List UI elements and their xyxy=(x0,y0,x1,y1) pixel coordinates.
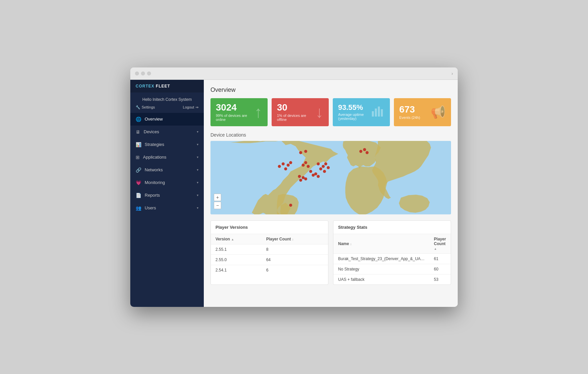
svg-point-21 xyxy=(278,165,281,168)
overview-icon: 🌐 xyxy=(136,117,141,122)
player-count-col-header-2: Player Count ▲ xyxy=(429,234,451,254)
online-label: 99% of devices are online xyxy=(216,114,254,122)
svg-rect-0 xyxy=(372,111,374,117)
svg-point-29 xyxy=(298,175,301,178)
offline-label: 1% of devices are offline xyxy=(277,114,315,122)
logout-icon: ⇒ xyxy=(195,105,198,110)
logout-label: Logout xyxy=(183,105,194,109)
version-cell: 2.55.0 xyxy=(211,254,262,265)
strategy-stats-title: Strategy Stats xyxy=(333,221,451,234)
sort-icon-4[interactable]: ▲ xyxy=(434,247,437,250)
sidebar-item-networks[interactable]: 🔗 Networks ▾ xyxy=(130,164,204,176)
map-container: + − xyxy=(210,141,451,214)
sidebar-item-users[interactable]: 👥 Users ▾ xyxy=(130,202,204,214)
stat-card-uptime: 93.55% Average uptime (yesterday) xyxy=(333,98,390,126)
browser-titlebar: › xyxy=(130,67,458,80)
sidebar-item-applications[interactable]: ⊞ Applications ▾ xyxy=(130,151,204,164)
uptime-number: 93.55% xyxy=(338,104,371,111)
sidebar-actions: 🔧 Settings Logout ⇒ xyxy=(130,104,204,113)
count-cell: 6 xyxy=(262,265,328,275)
zoom-in-button[interactable]: + xyxy=(214,194,221,201)
sidebar-nav: 🌐 Overview 🖥 Devices ▾ 📊 Strategies xyxy=(130,113,204,307)
users-icon: 👥 xyxy=(136,205,141,211)
name-col-header: Name ↕ xyxy=(333,234,429,254)
svg-point-9 xyxy=(327,166,330,169)
offline-number: 30 xyxy=(277,103,315,112)
map-controls: + − xyxy=(214,194,221,209)
sort-icon-3[interactable]: ↕ xyxy=(350,242,352,246)
stat-card-offline: 30 1% of devices are offline ↓ xyxy=(272,98,329,126)
svg-rect-2 xyxy=(378,107,380,117)
svg-point-18 xyxy=(282,162,285,165)
sidebar-item-overview[interactable]: 🌐 Overview xyxy=(130,113,204,126)
app-container: CORTEX FLEET Hello Initech Cortex System… xyxy=(130,80,458,307)
svg-point-22 xyxy=(289,161,292,164)
svg-point-16 xyxy=(312,174,315,177)
svg-rect-3 xyxy=(381,109,383,117)
sidebar-item-label-networks: Networks xyxy=(145,167,163,172)
svg-point-11 xyxy=(304,161,307,164)
svg-point-12 xyxy=(307,165,310,168)
version-col-header: Version ▲ xyxy=(211,234,262,244)
player-versions-title: Player Versions xyxy=(211,221,328,234)
sidebar-item-label-devices: Devices xyxy=(144,129,159,134)
svg-point-25 xyxy=(359,150,362,153)
logout-button[interactable]: Logout ⇒ xyxy=(183,105,198,110)
world-map-svg xyxy=(210,141,451,214)
sidebar-item-label-monitoring: Monitoring xyxy=(145,180,165,185)
uptime-label: Average uptime (yesterday) xyxy=(338,113,371,121)
networks-icon: 🔗 xyxy=(136,167,141,173)
settings-label: Settings xyxy=(142,105,155,109)
chevron-down-icon: ▾ xyxy=(197,130,198,134)
page-title: Overview xyxy=(210,86,451,94)
sidebar-item-label-overview: Overview xyxy=(145,117,163,122)
main-content: Overview 3024 99% of devices are online … xyxy=(204,80,458,307)
svg-point-5 xyxy=(317,162,320,165)
chevron-down-icon-strategies: ▾ xyxy=(197,143,198,146)
sort-icon[interactable]: ▲ xyxy=(231,238,234,241)
svg-point-26 xyxy=(363,148,366,151)
applications-icon: ⊞ xyxy=(136,155,140,160)
sidebar-item-reports[interactable]: 📄 Reports ▾ xyxy=(130,189,204,202)
strategy-stats-table: Name ↕ Player Count ▲ Burak_Test_Strateg… xyxy=(333,234,451,285)
sidebar-item-monitoring[interactable]: 💗 Monitoring ▾ xyxy=(130,176,204,189)
chevron-down-icon-apps: ▾ xyxy=(197,155,198,159)
table-row: Burak_Test_Strategy_23_(Denver_App_&_UA…… xyxy=(333,253,451,264)
chevron-down-icon-networks: ▾ xyxy=(197,168,198,172)
browser-chevron: › xyxy=(451,71,453,76)
strategy-count-cell: 61 xyxy=(429,253,451,264)
svg-point-28 xyxy=(289,204,292,207)
strategy-count-cell: 53 xyxy=(429,274,451,285)
brand-suffix: FLEET xyxy=(154,84,170,88)
dot-green xyxy=(147,71,151,75)
events-number: 673 xyxy=(399,105,420,114)
svg-point-10 xyxy=(323,170,326,173)
strategy-stats-card: Strategy Stats Name ↕ Player Count ▲ xyxy=(333,220,451,285)
svg-point-13 xyxy=(302,164,305,167)
sort-icon-2[interactable]: ↕ xyxy=(292,238,294,241)
svg-rect-1 xyxy=(375,109,377,117)
sidebar-item-label-users: Users xyxy=(145,205,156,210)
chevron-down-icon-reports: ▾ xyxy=(197,193,198,197)
count-cell: 64 xyxy=(262,254,328,265)
svg-point-31 xyxy=(299,179,302,182)
player-versions-table: Version ▲ Player Count ↕ 2.55.1 8 xyxy=(211,234,328,275)
sidebar-item-label-reports: Reports xyxy=(145,193,160,198)
settings-button[interactable]: 🔧 Settings xyxy=(136,105,155,110)
dot-red xyxy=(135,71,139,75)
reports-icon: 📄 xyxy=(136,193,141,198)
brand-prefix: CORTEX xyxy=(136,84,154,88)
sidebar-item-strategies[interactable]: 📊 Strategies ▾ xyxy=(130,138,204,151)
browser-dots xyxy=(135,71,151,75)
strategy-count-cell: 60 xyxy=(429,264,451,274)
player-count-col-header: Player Count ↕ xyxy=(262,234,328,244)
svg-point-8 xyxy=(324,162,327,165)
chevron-down-icon-monitoring: ▾ xyxy=(197,181,198,184)
svg-point-6 xyxy=(322,165,325,168)
svg-point-14 xyxy=(309,170,312,173)
zoom-out-button[interactable]: − xyxy=(214,202,221,209)
sidebar-item-devices[interactable]: 🖥 Devices ▾ xyxy=(130,126,204,138)
map-section-title: Device Locations xyxy=(210,132,451,138)
arrow-up-icon: ↑ xyxy=(254,103,262,121)
browser-window: › CORTEX FLEET Hello Initech Cortex Syst… xyxy=(130,67,458,307)
